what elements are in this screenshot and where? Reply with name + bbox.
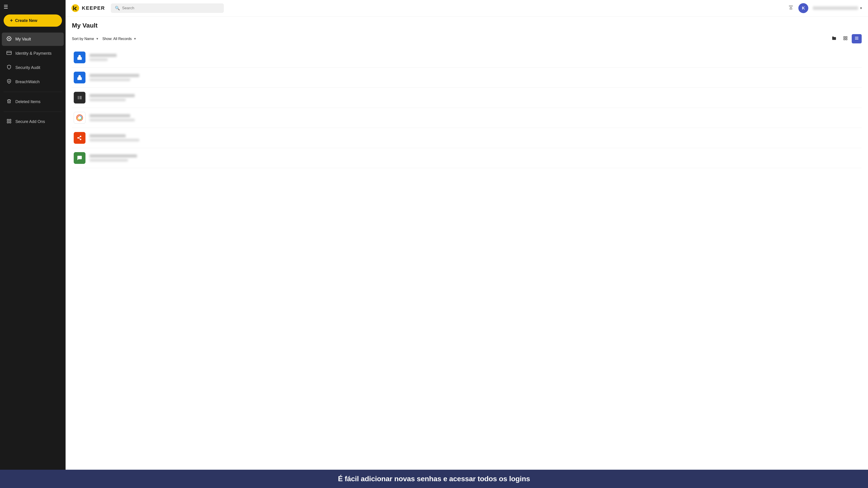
filter-icon[interactable] xyxy=(788,4,794,12)
record-title xyxy=(90,114,130,117)
toolbar-left: Sort by Name ▼ Show: All Records ▼ xyxy=(72,37,826,41)
svg-point-27 xyxy=(77,137,79,139)
svg-rect-4 xyxy=(7,119,8,121)
svg-rect-14 xyxy=(846,37,847,38)
record-subtitle xyxy=(90,58,107,61)
record-info xyxy=(90,114,135,121)
record-info xyxy=(90,74,139,81)
page-title: My Vault xyxy=(72,22,862,29)
sidebar-header: ☰ xyxy=(0,4,66,14)
svg-point-26 xyxy=(80,138,82,140)
trash-icon xyxy=(6,99,12,105)
sidebar-item-identity-payments[interactable]: Identity & Payments xyxy=(2,47,64,60)
record-item[interactable] xyxy=(72,148,862,168)
create-new-label: Create New xyxy=(15,18,37,23)
record-icon xyxy=(74,72,86,84)
svg-line-28 xyxy=(79,137,80,138)
record-subtitle xyxy=(90,139,139,141)
app-header: KEEPER 🔍 K ▼ xyxy=(66,0,868,17)
record-item[interactable] xyxy=(72,47,862,68)
addons-icon xyxy=(6,119,12,125)
sort-button[interactable]: Sort by Name ▼ xyxy=(72,37,99,41)
svg-point-25 xyxy=(80,136,82,137)
sort-label: Sort by Name xyxy=(72,37,94,41)
record-title xyxy=(90,74,139,77)
sidebar-item-label-my-vault: My Vault xyxy=(16,37,31,41)
keeper-logo-icon xyxy=(71,4,80,12)
vault-icon xyxy=(6,36,12,42)
grid-view-button[interactable] xyxy=(840,34,850,43)
nav-divider xyxy=(4,92,62,92)
svg-point-0 xyxy=(8,38,10,39)
record-title xyxy=(90,94,135,97)
bottom-banner: É fácil adicionar novas senhas e acessar… xyxy=(0,470,868,488)
show-filter-button[interactable]: Show: All Records ▼ xyxy=(102,37,136,41)
identity-icon xyxy=(6,51,12,57)
record-subtitle xyxy=(90,119,135,121)
record-item[interactable] xyxy=(72,128,862,148)
svg-rect-7 xyxy=(9,122,11,123)
main-content: KEEPER 🔍 K ▼ xyxy=(66,0,868,470)
sidebar-item-breachwatch[interactable]: BreachWatch xyxy=(2,75,64,89)
logo-container: KEEPER xyxy=(71,4,107,12)
svg-rect-16 xyxy=(846,39,847,40)
record-item[interactable] xyxy=(72,108,862,128)
svg-rect-21 xyxy=(77,77,82,80)
record-info xyxy=(90,94,135,101)
record-item[interactable] xyxy=(72,68,862,88)
user-name-blurred xyxy=(813,6,858,10)
sidebar-nav: My Vault Identity & Payments xyxy=(0,32,66,470)
show-chevron-icon: ▼ xyxy=(134,37,136,40)
show-label: Show: All Records xyxy=(102,37,132,41)
breachwatch-icon xyxy=(6,79,12,85)
svg-rect-13 xyxy=(844,37,845,38)
list-view-button[interactable] xyxy=(852,34,862,43)
user-dropdown[interactable]: ▼ xyxy=(813,6,863,10)
create-new-button[interactable]: + Create New xyxy=(4,14,62,27)
sidebar-item-deleted-items[interactable]: Deleted Items xyxy=(2,95,64,108)
svg-rect-6 xyxy=(7,122,8,123)
record-icon xyxy=(74,52,86,63)
sidebar-item-secure-addons[interactable]: Secure Add Ons xyxy=(2,115,64,128)
plus-icon: + xyxy=(10,18,13,24)
svg-line-29 xyxy=(79,138,80,139)
records-list xyxy=(72,47,862,168)
logo-text: KEEPER xyxy=(82,5,105,11)
record-subtitle xyxy=(90,159,128,162)
sidebar-item-label-breachwatch: BreachWatch xyxy=(16,79,39,84)
record-info xyxy=(90,54,117,61)
record-info xyxy=(90,154,137,162)
hamburger-icon[interactable]: ☰ xyxy=(4,4,8,10)
toolbar: Sort by Name ▼ Show: All Records ▼ xyxy=(72,34,862,43)
avatar: K xyxy=(798,3,808,13)
sidebar-item-label-addons: Secure Add Ons xyxy=(16,119,45,124)
folder-view-button[interactable] xyxy=(829,34,839,43)
svg-point-3 xyxy=(8,81,10,82)
search-input[interactable] xyxy=(122,6,220,10)
header-right: K ▼ xyxy=(788,3,863,13)
svg-rect-22 xyxy=(78,96,80,99)
search-icon: 🔍 xyxy=(115,6,120,11)
sidebar-item-label-security: Security Audit xyxy=(16,65,40,70)
record-icon xyxy=(74,152,86,164)
record-info xyxy=(90,134,139,141)
security-icon xyxy=(6,65,12,71)
sort-chevron-icon: ▼ xyxy=(96,37,99,40)
svg-rect-5 xyxy=(9,119,11,121)
sidebar-item-label-deleted: Deleted Items xyxy=(16,99,40,104)
svg-rect-23 xyxy=(80,96,82,99)
banner-text: É fácil adicionar novas senhas e acessar… xyxy=(338,475,530,483)
sidebar: ☰ + Create New My Vault xyxy=(0,0,66,470)
sidebar-item-label-identity: Identity & Payments xyxy=(16,51,52,56)
sidebar-item-security-audit[interactable]: Security Audit xyxy=(2,61,64,74)
record-subtitle xyxy=(90,99,126,101)
sidebar-item-my-vault[interactable]: My Vault xyxy=(2,33,64,46)
vault-content: My Vault Sort by Name ▼ Show: All Record… xyxy=(66,17,868,470)
record-subtitle xyxy=(90,78,130,81)
record-title xyxy=(90,154,137,158)
search-bar[interactable]: 🔍 xyxy=(111,3,224,13)
record-item[interactable] xyxy=(72,88,862,108)
record-icon xyxy=(74,92,86,103)
user-dropdown-chevron: ▼ xyxy=(860,6,863,10)
record-icon xyxy=(74,132,86,144)
